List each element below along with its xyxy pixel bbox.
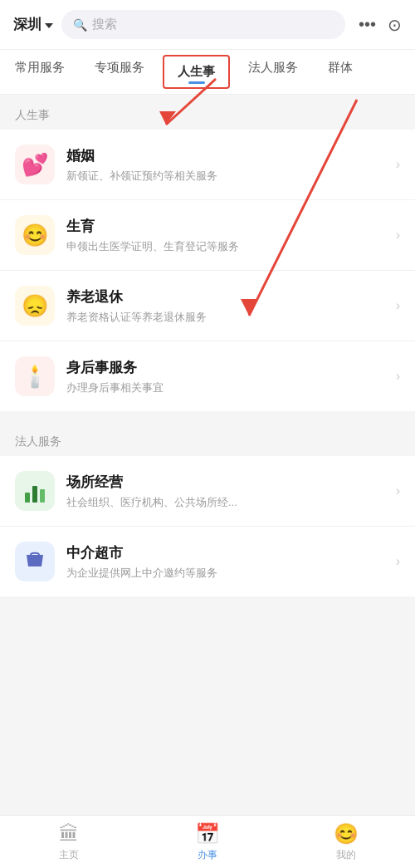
search-icon: 🔍	[73, 18, 87, 32]
more-icon[interactable]: •••	[359, 15, 376, 34]
home-icon: 🏛	[59, 822, 79, 846]
marriage-icon: 💕	[15, 145, 55, 184]
header: 深圳 🔍 搜索 ••• ⊙	[0, 0, 415, 50]
list-item-venue[interactable]: 场所经营 社会组织、医疗机构、公共场所经... ›	[0, 456, 415, 527]
marriage-title: 婚姻	[66, 146, 389, 165]
broker-desc: 为企业提供网上中介邀约等服务	[66, 566, 389, 581]
life-section-list: 💕 婚姻 新领证、补领证预约等相关服务 › 😊 生育 申领出生医学证明、生育登记…	[0, 130, 415, 411]
retire-text: 养老退休 养老资格认证等养老退休服务	[66, 287, 389, 325]
broker-text: 中介超市 为企业提供网上中介邀约等服务	[66, 543, 389, 581]
funeral-title: 身后事服务	[66, 358, 389, 377]
retire-desc: 养老资格认证等养老退休服务	[66, 310, 389, 325]
marriage-text: 婚姻 新领证、补领证预约等相关服务	[66, 146, 389, 184]
funeral-text: 身后事服务 办理身后事相关事宜	[66, 358, 389, 395]
funeral-icon: 🕯️	[15, 356, 55, 396]
scan-icon[interactable]: ⊙	[388, 15, 402, 35]
birth-desc: 申领出生医学证明、生育登记等服务	[66, 239, 389, 254]
bottom-nav-affairs[interactable]: 📅 办事	[139, 816, 277, 868]
bottom-nav-home[interactable]: 🏛 主页	[0, 816, 139, 868]
life-section-header: 人生事	[0, 95, 415, 130]
home-label: 主页	[59, 848, 79, 862]
nav-tabs: 常用服务 专项服务 人生事 法人服务 群体	[0, 50, 415, 95]
svg-rect-1	[32, 486, 37, 503]
retire-title: 养老退休	[66, 287, 389, 306]
birth-title: 生育	[66, 217, 389, 236]
list-item-marriage[interactable]: 💕 婚姻 新领证、补领证预约等相关服务 ›	[0, 130, 415, 200]
bottom-nav: 🏛 主页 📅 办事 😊 我的	[0, 815, 415, 868]
retire-icon: 😞	[15, 286, 55, 326]
affairs-icon: 📅	[195, 822, 220, 846]
tab-legal[interactable]: 法人服务	[233, 50, 313, 94]
profile-icon: 😊	[334, 822, 359, 846]
svg-rect-2	[40, 489, 45, 503]
birth-text: 生育 申领出生医学证明、生育登记等服务	[66, 217, 389, 254]
legal-section-header: 法人服务	[0, 421, 415, 456]
birth-arrow-icon: ›	[396, 228, 400, 243]
affairs-label: 办事	[198, 848, 217, 862]
retire-arrow-icon: ›	[396, 298, 400, 313]
venue-icon	[15, 471, 55, 511]
tab-life[interactable]: 人生事	[163, 55, 230, 89]
legal-section-list: 场所经营 社会组织、医疗机构、公共场所经... › 中介超市 为企业提供网上中介…	[0, 456, 415, 596]
list-item-birth[interactable]: 😊 生育 申领出生医学证明、生育登记等服务 ›	[0, 200, 415, 271]
tab-special[interactable]: 专项服务	[80, 50, 159, 94]
funeral-arrow-icon: ›	[396, 369, 400, 384]
list-item-funeral[interactable]: 🕯️ 身后事服务 办理身后事相关事宜 ›	[0, 341, 415, 411]
bottom-nav-profile[interactable]: 😊 我的	[276, 816, 415, 868]
funeral-desc: 办理身后事相关事宜	[66, 380, 389, 395]
broker-icon	[15, 542, 55, 581]
svg-rect-0	[25, 493, 30, 503]
search-bar[interactable]: 🔍 搜索	[61, 10, 345, 39]
location-arrow-icon	[45, 23, 53, 28]
tab-common[interactable]: 常用服务	[0, 50, 80, 94]
list-item-retire[interactable]: 😞 养老退休 养老资格认证等养老退休服务 ›	[0, 271, 415, 341]
search-placeholder: 搜索	[92, 17, 117, 32]
venue-text: 场所经营 社会组织、医疗机构、公共场所经...	[66, 473, 389, 510]
venue-desc: 社会组织、医疗机构、公共场所经...	[66, 495, 389, 510]
marriage-desc: 新领证、补领证预约等相关服务	[66, 169, 389, 184]
tab-group[interactable]: 群体	[313, 50, 368, 94]
broker-title: 中介超市	[66, 543, 389, 562]
broker-arrow-icon: ›	[396, 554, 400, 569]
birth-icon: 😊	[15, 215, 55, 255]
venue-arrow-icon: ›	[396, 483, 400, 498]
location-button[interactable]: 深圳	[13, 15, 53, 34]
header-icons: ••• ⊙	[359, 15, 402, 35]
marriage-arrow-icon: ›	[396, 157, 400, 172]
profile-label: 我的	[336, 848, 356, 862]
venue-title: 场所经营	[66, 473, 389, 492]
list-item-broker[interactable]: 中介超市 为企业提供网上中介邀约等服务 ›	[0, 527, 415, 596]
location-label: 深圳	[13, 15, 42, 34]
